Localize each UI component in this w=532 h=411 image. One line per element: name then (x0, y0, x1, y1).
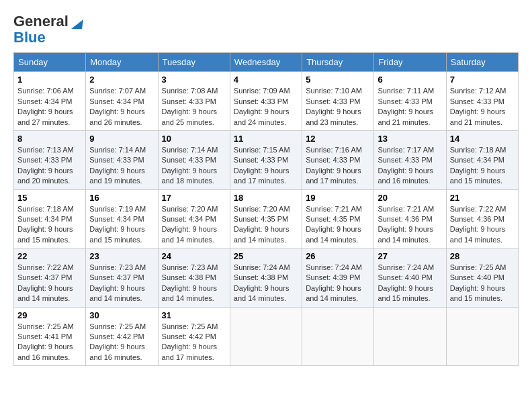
calendar-week-1: 1Sunrise: 7:06 AMSunset: 4:34 PMDaylight… (14, 72, 519, 131)
logo-text-general: General (13, 13, 69, 30)
day-number: 8 (17, 134, 82, 144)
day-number: 13 (378, 134, 442, 144)
day-number: 14 (450, 134, 515, 144)
day-info: Sunrise: 7:22 AMSunset: 4:36 PMDaylight:… (450, 204, 515, 246)
calendar-cell: 14Sunrise: 7:18 AMSunset: 4:34 PMDayligh… (446, 130, 518, 189)
column-header-saturday: Saturday (446, 53, 518, 72)
day-number: 26 (306, 251, 370, 261)
day-info: Sunrise: 7:24 AMSunset: 4:40 PMDaylight:… (378, 263, 442, 304)
calendar-cell (302, 307, 374, 366)
day-number: 25 (234, 251, 298, 261)
calendar-cell: 1Sunrise: 7:06 AMSunset: 4:34 PMDaylight… (14, 72, 86, 131)
day-number: 15 (17, 193, 82, 203)
calendar-cell: 29Sunrise: 7:25 AMSunset: 4:41 PMDayligh… (14, 307, 86, 366)
day-info: Sunrise: 7:21 AMSunset: 4:36 PMDaylight:… (378, 204, 442, 246)
calendar-cell: 24Sunrise: 7:23 AMSunset: 4:38 PMDayligh… (158, 248, 230, 308)
day-number: 10 (162, 134, 226, 144)
day-info: Sunrise: 7:19 AMSunset: 4:34 PMDaylight:… (89, 204, 154, 246)
column-header-thursday: Thursday (302, 53, 374, 72)
day-info: Sunrise: 7:23 AMSunset: 4:37 PMDaylight:… (89, 263, 154, 304)
day-info: Sunrise: 7:25 AMSunset: 4:42 PMDaylight:… (162, 322, 226, 363)
day-number: 9 (89, 134, 154, 144)
day-number: 21 (450, 193, 515, 203)
page-header: General Blue (13, 13, 519, 46)
calendar-cell: 26Sunrise: 7:24 AMSunset: 4:39 PMDayligh… (302, 248, 374, 308)
calendar-cell: 31Sunrise: 7:25 AMSunset: 4:42 PMDayligh… (158, 307, 230, 366)
calendar-cell: 22Sunrise: 7:22 AMSunset: 4:37 PMDayligh… (14, 248, 86, 308)
logo-bird-icon (70, 14, 83, 29)
calendar-week-5: 29Sunrise: 7:25 AMSunset: 4:41 PMDayligh… (14, 307, 519, 366)
calendar-cell: 11Sunrise: 7:15 AMSunset: 4:33 PMDayligh… (230, 130, 302, 189)
calendar-cell: 19Sunrise: 7:21 AMSunset: 4:35 PMDayligh… (302, 189, 374, 248)
day-number: 18 (234, 193, 298, 203)
day-number: 1 (17, 75, 82, 85)
day-info: Sunrise: 7:08 AMSunset: 4:33 PMDaylight:… (162, 86, 226, 128)
day-number: 3 (162, 75, 226, 85)
calendar-week-3: 15Sunrise: 7:18 AMSunset: 4:34 PMDayligh… (14, 189, 519, 248)
calendar-cell (446, 307, 518, 366)
day-number: 16 (89, 193, 154, 203)
calendar-cell: 30Sunrise: 7:25 AMSunset: 4:42 PMDayligh… (86, 307, 158, 366)
day-number: 7 (450, 75, 515, 85)
svg-marker-0 (71, 19, 83, 29)
calendar-week-4: 22Sunrise: 7:22 AMSunset: 4:37 PMDayligh… (14, 248, 519, 308)
calendar-cell: 20Sunrise: 7:21 AMSunset: 4:36 PMDayligh… (374, 189, 446, 248)
day-info: Sunrise: 7:18 AMSunset: 4:34 PMDaylight:… (17, 204, 82, 246)
calendar-cell: 25Sunrise: 7:24 AMSunset: 4:38 PMDayligh… (230, 248, 302, 308)
day-number: 6 (378, 75, 442, 85)
day-info: Sunrise: 7:20 AMSunset: 4:34 PMDaylight:… (162, 204, 226, 246)
day-info: Sunrise: 7:09 AMSunset: 4:33 PMDaylight:… (234, 86, 298, 128)
day-number: 30 (89, 310, 154, 320)
day-number: 17 (162, 193, 226, 203)
day-info: Sunrise: 7:18 AMSunset: 4:34 PMDaylight:… (450, 145, 515, 187)
day-info: Sunrise: 7:20 AMSunset: 4:35 PMDaylight:… (234, 204, 298, 246)
day-number: 12 (306, 134, 370, 144)
day-number: 20 (378, 193, 442, 203)
calendar-cell: 8Sunrise: 7:13 AMSunset: 4:33 PMDaylight… (14, 130, 86, 189)
calendar-header-row: SundayMondayTuesdayWednesdayThursdayFrid… (14, 53, 519, 72)
calendar-table: SundayMondayTuesdayWednesdayThursdayFrid… (13, 52, 519, 366)
day-info: Sunrise: 7:15 AMSunset: 4:33 PMDaylight:… (234, 145, 298, 187)
day-number: 27 (378, 251, 442, 261)
calendar-cell: 21Sunrise: 7:22 AMSunset: 4:36 PMDayligh… (446, 189, 518, 248)
column-header-monday: Monday (86, 53, 158, 72)
calendar-cell (230, 307, 302, 366)
day-info: Sunrise: 7:25 AMSunset: 4:41 PMDaylight:… (17, 322, 82, 363)
column-header-sunday: Sunday (14, 53, 86, 72)
day-info: Sunrise: 7:17 AMSunset: 4:33 PMDaylight:… (378, 145, 442, 187)
day-info: Sunrise: 7:25 AMSunset: 4:42 PMDaylight:… (89, 322, 154, 363)
calendar-cell: 9Sunrise: 7:14 AMSunset: 4:33 PMDaylight… (86, 130, 158, 189)
calendar-cell: 27Sunrise: 7:24 AMSunset: 4:40 PMDayligh… (374, 248, 446, 308)
day-info: Sunrise: 7:23 AMSunset: 4:38 PMDaylight:… (162, 263, 226, 304)
day-number: 4 (234, 75, 298, 85)
day-number: 19 (306, 193, 370, 203)
column-header-friday: Friday (374, 53, 446, 72)
calendar-cell: 3Sunrise: 7:08 AMSunset: 4:33 PMDaylight… (158, 72, 230, 131)
day-number: 24 (162, 251, 226, 261)
day-number: 22 (17, 251, 82, 261)
day-info: Sunrise: 7:22 AMSunset: 4:37 PMDaylight:… (17, 263, 82, 304)
calendar-cell: 28Sunrise: 7:25 AMSunset: 4:40 PMDayligh… (446, 248, 518, 308)
calendar-cell: 17Sunrise: 7:20 AMSunset: 4:34 PMDayligh… (158, 189, 230, 248)
calendar-cell: 10Sunrise: 7:14 AMSunset: 4:33 PMDayligh… (158, 130, 230, 189)
day-number: 23 (89, 251, 154, 261)
calendar-cell (374, 307, 446, 366)
calendar-cell: 16Sunrise: 7:19 AMSunset: 4:34 PMDayligh… (86, 189, 158, 248)
calendar-cell: 5Sunrise: 7:10 AMSunset: 4:33 PMDaylight… (302, 72, 374, 131)
day-info: Sunrise: 7:07 AMSunset: 4:34 PMDaylight:… (89, 86, 154, 128)
calendar-cell: 15Sunrise: 7:18 AMSunset: 4:34 PMDayligh… (14, 189, 86, 248)
day-info: Sunrise: 7:06 AMSunset: 4:34 PMDaylight:… (17, 86, 82, 128)
calendar-cell: 23Sunrise: 7:23 AMSunset: 4:37 PMDayligh… (86, 248, 158, 308)
column-header-wednesday: Wednesday (230, 53, 302, 72)
day-number: 2 (89, 75, 154, 85)
calendar-cell: 6Sunrise: 7:11 AMSunset: 4:33 PMDaylight… (374, 72, 446, 131)
day-info: Sunrise: 7:10 AMSunset: 4:33 PMDaylight:… (306, 86, 370, 128)
day-number: 31 (162, 310, 226, 320)
day-info: Sunrise: 7:16 AMSunset: 4:33 PMDaylight:… (306, 145, 370, 187)
logo: General Blue (13, 13, 83, 46)
day-info: Sunrise: 7:25 AMSunset: 4:40 PMDaylight:… (450, 263, 515, 304)
day-number: 11 (234, 134, 298, 144)
day-number: 29 (17, 310, 82, 320)
day-info: Sunrise: 7:14 AMSunset: 4:33 PMDaylight:… (89, 145, 154, 187)
day-number: 28 (450, 251, 515, 261)
